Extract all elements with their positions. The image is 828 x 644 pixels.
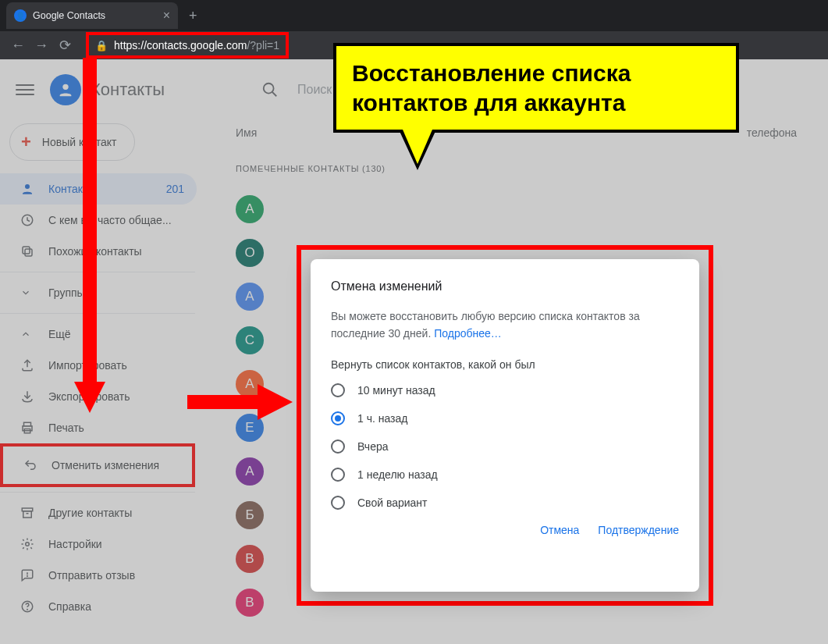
radio-label: 1 неделю назад (357, 468, 438, 481)
annotation-arrow-right (187, 375, 297, 422)
svg-point-0 (62, 84, 68, 90)
sidebar-item-label: С кем вы часто общае... (48, 214, 172, 226)
radio-label: Вчера (357, 440, 389, 453)
print-icon (20, 421, 48, 435)
forward-button[interactable]: → (30, 37, 53, 54)
url-host: https://contacts.google.com (114, 39, 247, 52)
svg-point-15 (27, 576, 28, 577)
radio-option[interactable]: Свой вариант (331, 496, 679, 510)
svg-point-3 (25, 184, 30, 189)
svg-point-1 (264, 84, 274, 94)
history-icon (20, 213, 48, 227)
radio-option[interactable]: 10 минут назад (331, 383, 679, 397)
divider (0, 492, 195, 493)
callout-text: Восстановление списка контактов для акка… (352, 59, 720, 117)
undo-dialog: Отмена изменений Вы можете восстановить … (311, 259, 699, 592)
annotation-arrow-down (70, 58, 105, 417)
sidebar-item-badge: 201 (166, 183, 184, 195)
dialog-title: Отмена изменений (331, 279, 679, 294)
menu-icon[interactable] (16, 84, 34, 95)
radio-label: 10 минут назад (357, 384, 435, 397)
avatar: С (236, 326, 264, 354)
address-bar[interactable]: 🔒 https://contacts.google.com /?pli=1 (86, 32, 289, 59)
sidebar-item-feedback[interactable]: Отправить отзыв (0, 560, 197, 591)
back-button[interactable]: ← (6, 37, 30, 54)
svg-line-2 (272, 92, 277, 97)
radio-label: 1 ч. назад (357, 412, 407, 425)
radio-icon (331, 383, 345, 397)
radio-icon (331, 411, 345, 425)
dialog-actions: Отмена Подтверждение (331, 524, 679, 536)
radio-option[interactable]: 1 неделю назад (331, 468, 679, 482)
tab-strip: 👤 Google Contacts × + (0, 0, 828, 31)
search-icon (261, 81, 279, 98)
radio-option[interactable]: 1 ч. назад (331, 411, 679, 425)
copy-icon (20, 244, 48, 258)
dialog-learn-more-link[interactable]: Подробнее… (434, 327, 502, 340)
sidebar-item-label: Настройки (48, 538, 102, 550)
radio-option[interactable]: Вчера (331, 439, 679, 454)
radio-icon (331, 468, 345, 482)
feedback-icon (20, 568, 48, 582)
radio-icon (331, 496, 345, 510)
dialog-highlight-box: Отмена изменений Вы можете восстановить … (297, 245, 713, 606)
dialog-restore-label: Вернуть список контактов, какой он был (331, 358, 679, 371)
sidebar-item-label: Другие контакты (48, 507, 132, 519)
svg-rect-5 (25, 249, 32, 256)
undo-highlight-box: Отменить изменения (0, 443, 195, 487)
svg-point-13 (26, 543, 30, 546)
sidebar-item-label: Отправить отзыв (48, 569, 135, 582)
search-placeholder: Поиск (297, 83, 332, 97)
avatar: О (236, 239, 264, 267)
annotation-callout: Восстановление списка контактов для акка… (333, 43, 739, 133)
close-icon[interactable]: × (163, 9, 170, 23)
svg-point-17 (27, 609, 28, 610)
sidebar-item-label: Печать (48, 422, 84, 434)
avatar: А (236, 195, 264, 223)
chevron-down-icon (20, 287, 48, 298)
tab-title: Google Contacts (33, 10, 105, 21)
sidebar-item-undo[interactable]: Отменить изменения (3, 450, 192, 481)
download-icon (20, 390, 48, 404)
chevron-up-icon (20, 329, 48, 340)
svg-rect-11 (23, 511, 32, 518)
sidebar-item-label: Ещё (48, 328, 71, 340)
plus-icon: + (21, 132, 31, 152)
avatar: А (236, 283, 264, 311)
sidebar: + Новый контакт Контакты 201 С кем вы ча… (0, 120, 226, 622)
sidebar-item-print[interactable]: Печать (0, 412, 197, 443)
avatar: А (236, 457, 264, 486)
callout-tail (399, 130, 436, 170)
svg-marker-19 (74, 382, 105, 413)
radio-label: Свой вариант (357, 496, 428, 509)
sidebar-item-other[interactable]: Другие контакты (0, 497, 197, 528)
svg-marker-21 (258, 384, 293, 420)
col-phone: телефона (747, 126, 797, 139)
sidebar-item-settings[interactable]: Настройки (0, 528, 197, 560)
dialog-desc: Вы можете восстановить любую версию спис… (331, 308, 679, 343)
tab-favicon: 👤 (14, 9, 27, 22)
person-icon (20, 182, 48, 196)
cancel-button[interactable]: Отмена (540, 524, 579, 536)
reload-button[interactable]: ⟳ (53, 37, 76, 54)
contact-row[interactable]: А (236, 187, 828, 231)
archive-icon (20, 506, 48, 520)
lock-icon: 🔒 (95, 40, 108, 52)
upload-icon (20, 358, 48, 372)
undo-icon (23, 458, 52, 472)
svg-rect-6 (23, 247, 30, 254)
sidebar-item-label: Отменить изменения (52, 459, 159, 471)
url-path: /?pli=1 (247, 39, 279, 52)
section-header: ПОМЕЧЕННЫЕ КОНТАКТЫ (130) (236, 164, 828, 173)
avatar: В (236, 545, 264, 573)
search-box[interactable]: Поиск (261, 81, 332, 98)
confirm-button[interactable]: Подтверждение (598, 524, 679, 536)
sidebar-item-help[interactable]: Справка (0, 591, 197, 622)
avatar: Б (236, 501, 264, 529)
radio-group: 10 минут назад1 ч. назадВчера1 неделю на… (331, 383, 679, 510)
help-icon (20, 600, 48, 614)
gear-icon (20, 537, 48, 551)
radio-icon (331, 439, 345, 454)
browser-tab[interactable]: 👤 Google Contacts × (6, 2, 178, 29)
new-tab-button[interactable]: + (189, 8, 197, 24)
